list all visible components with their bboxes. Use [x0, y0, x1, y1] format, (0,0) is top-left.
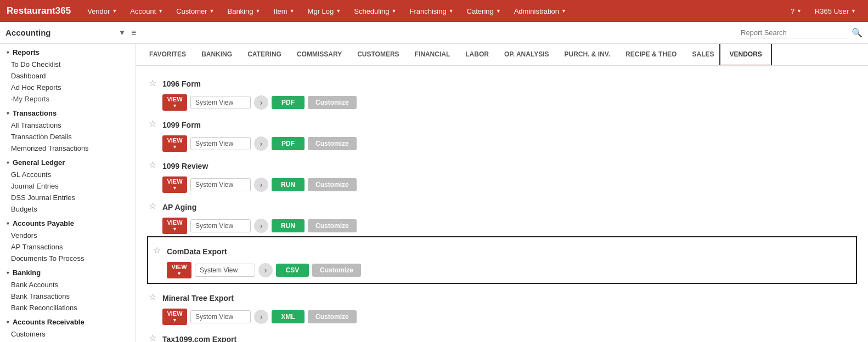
customize-btn-ap-aging[interactable]: Customize	[308, 219, 357, 232]
run-btn-1099-review[interactable]: RUN	[272, 178, 305, 191]
sidebar-item-transaction-details[interactable]: Transaction Details	[0, 131, 136, 142]
csv-btn-comdata-export[interactable]: CSV	[276, 264, 309, 277]
subheader-dropdown-arrow[interactable]: ▼	[119, 29, 126, 37]
nav-mgrlog[interactable]: Mgr Log ▼	[302, 0, 347, 22]
view-btn-1099-form[interactable]: VIEW ▼	[162, 135, 187, 152]
pdf-btn-1096[interactable]: PDF	[272, 96, 305, 109]
tab-catering[interactable]: CATERING	[240, 44, 289, 66]
sidebar-item-all-transactions[interactable]: All Transactions	[0, 119, 136, 131]
nav-administration[interactable]: Administration ▼	[509, 0, 572, 22]
star-comdata-export[interactable]: ☆	[151, 245, 162, 255]
nav-banking[interactable]: Banking ▼	[222, 0, 266, 22]
sidebar-item-bank-transactions[interactable]: Bank Transactions	[0, 290, 136, 302]
view-btn-comdata-export[interactable]: VIEW ▼	[167, 262, 191, 278]
nav-catering[interactable]: Catering ▼	[461, 0, 506, 22]
tabs-bar: FAVORITES BANKING CATERING COMMISSARY CU…	[136, 44, 868, 66]
report-name-comdata-export: ComData Export	[167, 247, 227, 256]
customize-btn-mineral-tree-export[interactable]: Customize	[308, 310, 357, 323]
report-title-ap-aging: AP Aging	[162, 200, 196, 213]
xml-btn-mineral-tree-export[interactable]: XML	[272, 310, 305, 323]
view-btn-1099-review[interactable]: VIEW ▼	[162, 176, 187, 193]
sidebar-item-ad-hoc-reports[interactable]: Ad Hoc Reports	[0, 82, 136, 93]
sidebar-section-accounts-receivable[interactable]: Accounts Receivable	[0, 314, 136, 328]
brand-logo[interactable]: Restaurant365	[7, 5, 71, 16]
sidebar-item-budgets[interactable]: Budgets	[0, 203, 136, 215]
customize-btn-1099-form[interactable]: Customize	[308, 137, 357, 150]
arrow-btn-mineral-tree-export[interactable]: ›	[254, 310, 268, 324]
arrow-btn-1099-form[interactable]: ›	[254, 136, 268, 151]
sidebar-item-dss-journal-entries[interactable]: DSS Journal Entries	[0, 192, 136, 203]
tab-purch-inv[interactable]: PURCH. & INV.	[557, 44, 618, 66]
tab-op-analysis[interactable]: OP. ANALYSIS	[497, 44, 557, 66]
tab-sales[interactable]: SALES	[684, 44, 722, 66]
sidebar-item-ar-transactions[interactable]: AR Transactions	[0, 340, 136, 342]
sidebar-item-dashboard[interactable]: Dashboard	[0, 70, 136, 82]
sidebar-item-customers[interactable]: Customers	[0, 328, 136, 340]
tab-labor[interactable]: LABOR	[458, 44, 497, 66]
arrow-btn-1096[interactable]: ›	[254, 95, 268, 110]
sidebar-section-general-ledger[interactable]: General Ledger	[0, 154, 136, 169]
tab-financial[interactable]: FINANCIAL	[407, 44, 458, 66]
arrow-btn-ap-aging[interactable]: ›	[254, 219, 268, 233]
nav-account[interactable]: Account ▼	[125, 0, 168, 22]
user-menu[interactable]: R365 User ▼	[809, 0, 861, 22]
nav-scheduling[interactable]: Scheduling ▼	[348, 0, 402, 22]
sidebar-section-transactions[interactable]: Transactions	[0, 105, 136, 119]
tab-commissary[interactable]: COMMISSARY	[289, 44, 350, 66]
system-view-mineral-tree-export[interactable]	[190, 310, 251, 323]
sidebar-section-accounts-payable[interactable]: Accounts Payable	[0, 215, 136, 230]
star-1099-review[interactable]: ☆	[147, 159, 158, 170]
arrow-btn-1099-review[interactable]: ›	[254, 178, 268, 192]
system-view-1099-form[interactable]	[190, 137, 251, 150]
sidebar-item-bank-reconciliations[interactable]: Bank Reconciliations	[0, 302, 136, 314]
star-1096[interactable]: ☆	[147, 78, 158, 88]
nav-customer[interactable]: Customer ▼	[171, 0, 219, 22]
run-btn-ap-aging[interactable]: RUN	[272, 219, 305, 232]
report-controls-comdata-export: VIEW ▼ › CSV Customize	[167, 262, 853, 278]
view-btn-1096[interactable]: VIEW ▼	[162, 94, 187, 111]
sidebar-item-gl-accounts[interactable]: GL Accounts	[0, 169, 136, 180]
tab-vendors[interactable]: VENDORS	[722, 44, 769, 66]
star-1099-form[interactable]: ☆	[147, 118, 158, 129]
sidebar-item-ap-transactions[interactable]: AP Transactions	[0, 241, 136, 253]
help-button[interactable]: ? ▼	[785, 0, 807, 22]
star-ap-aging[interactable]: ☆	[147, 201, 158, 211]
star-mineral-tree-export[interactable]: ☆	[147, 292, 158, 302]
customize-btn-1096[interactable]: Customize	[308, 96, 357, 109]
customize-btn-1099-review[interactable]: Customize	[308, 178, 357, 191]
sidebar-item-my-reports[interactable]: ·My Reports	[0, 93, 136, 105]
sidebar-section-banking[interactable]: Banking	[0, 264, 136, 279]
sidebar-item-memorized-transactions[interactable]: Memorized Transactions	[0, 142, 136, 154]
sidebar-item-journal-entries[interactable]: Journal Entries	[0, 180, 136, 192]
view-btn-mineral-tree-export[interactable]: VIEW ▼	[162, 309, 187, 325]
report-row-ap-aging: ☆ AP Aging	[147, 195, 857, 218]
report-row-comdata-export: ☆ ComData Export	[151, 240, 853, 262]
system-view-1096[interactable]	[190, 96, 251, 109]
report-search-input[interactable]	[739, 27, 848, 38]
nav-item[interactable]: Item ▼	[268, 0, 300, 22]
tab-favorites[interactable]: FAVORITES	[142, 44, 194, 66]
customize-btn-comdata-export[interactable]: Customize	[312, 264, 361, 277]
sidebar-item-to-do-checklist[interactable]: To Do Checklist	[0, 59, 136, 70]
system-view-comdata-export[interactable]	[195, 264, 255, 277]
pdf-btn-1099-form[interactable]: PDF	[272, 137, 305, 150]
sidebar-section-reports[interactable]: Reports	[0, 44, 136, 59]
report-item-1099-review: ☆ 1099 Review VIEW ▼ › RUN Customize	[147, 154, 857, 193]
sidebar-item-documents-to-process[interactable]: Documents To Process	[0, 253, 136, 264]
nav-vendor[interactable]: Vendor ▼	[82, 0, 122, 22]
arrow-btn-comdata-export[interactable]: ›	[258, 263, 273, 277]
nav-franchising[interactable]: Franchising ▼	[404, 0, 459, 22]
system-view-ap-aging[interactable]	[190, 219, 251, 232]
tab-customers[interactable]: CUSTOMERS	[350, 44, 407, 66]
star-tax1099-export[interactable]: ☆	[147, 333, 158, 342]
tab-recipe-theo[interactable]: RECIPE & THEO	[618, 44, 684, 66]
tab-banking[interactable]: BANKING	[194, 44, 240, 66]
report-row-1096: ☆ 1096 Form	[147, 72, 857, 94]
system-view-1099-review[interactable]	[190, 178, 251, 191]
user-menu-arrow: ▼	[851, 8, 856, 14]
sidebar-item-vendors[interactable]: Vendors	[0, 230, 136, 241]
view-btn-ap-aging[interactable]: VIEW ▼	[162, 218, 187, 234]
search-icon[interactable]: 🔍	[852, 27, 863, 38]
hamburger-icon[interactable]: ≡	[131, 28, 136, 38]
sidebar-item-bank-accounts[interactable]: Bank Accounts	[0, 279, 136, 290]
